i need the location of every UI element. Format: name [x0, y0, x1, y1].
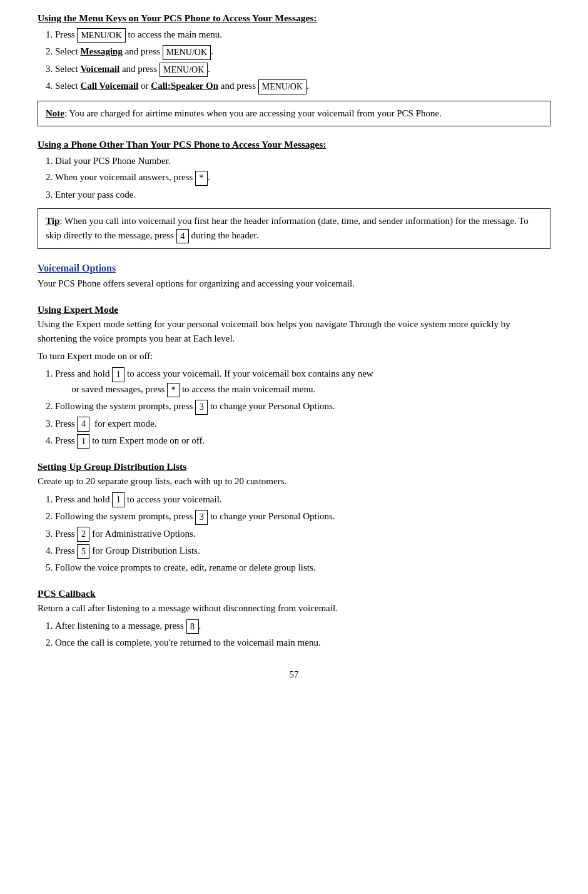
list-item: Follow the voice prompts to create, edit… [55, 561, 550, 575]
key-menuok-2: MENU/OK [163, 45, 211, 60]
voicemail-options-heading: Voicemail Options [38, 263, 550, 274]
expert-mode-heading: Using Expert Mode [38, 304, 550, 315]
group-distribution-heading: Setting Up Group Distribution Lists [38, 461, 550, 472]
label-voicemail: Voicemail [80, 64, 119, 74]
key-5-group: 5 [77, 544, 89, 559]
group-distribution-steps: Press and hold 1 to access your voicemai… [55, 492, 550, 576]
other-phone-heading: Using a Phone Other Than Your PCS Phone … [38, 139, 550, 150]
page-number: 57 [38, 669, 550, 680]
tip-box: Tip: When you call into voicemail you fi… [38, 208, 550, 250]
pcs-callback-steps: After listening to a message, press 8. O… [55, 619, 550, 651]
key-1-expert: 1 [77, 434, 89, 449]
list-item: Select Messaging and press MENU/OK. [55, 44, 550, 59]
expert-mode-section: Using Expert Mode Using the Expert mode … [38, 304, 550, 449]
group-distribution-section: Setting Up Group Distribution Lists Crea… [38, 461, 550, 575]
tip-label: Tip [46, 216, 59, 226]
pcs-callback-section: PCS Callback Return a call after listeni… [38, 588, 550, 651]
voicemail-options-intro: Your PCS Phone offers several options fo… [38, 277, 550, 291]
key-menuok-3: MENU/OK [160, 63, 208, 78]
key-1-hold-2: 1 [112, 492, 124, 507]
list-item: Press 4 for expert mode. [55, 417, 550, 432]
key-star-1: * [195, 171, 208, 186]
key-4-expert: 4 [77, 417, 89, 432]
group-distribution-intro: Create up to 20 separate group lists, ea… [38, 474, 550, 489]
menu-keys-section: Using the Menu Keys on Your PCS Phone to… [38, 13, 550, 126]
tip-text-end: during the header. [189, 230, 259, 240]
expert-mode-para: Using the Expert mode setting for your p… [38, 317, 550, 347]
list-item: Press and hold 1 to access your voicemai… [55, 492, 550, 507]
other-phone-steps: Dial your PCS Phone Number. When your vo… [55, 154, 550, 202]
list-item: Press MENU/OK to access the main menu. [55, 28, 550, 43]
expert-mode-steps: Press and hold 1 to access your voicemai… [55, 367, 550, 449]
label-messaging: Messaging [80, 46, 123, 56]
menu-keys-steps: Press MENU/OK to access the main menu. S… [55, 28, 550, 94]
key-menuok-4: MENU/OK [258, 79, 307, 94]
list-item: Following the system prompts, press 3 to… [55, 399, 550, 414]
list-item: Select Call Voicemail or Call:Speaker On… [55, 79, 550, 94]
list-item: Dial your PCS Phone Number. [55, 154, 550, 168]
note-label: Note [46, 108, 64, 118]
tip-text: : When you call into voicemail you first… [46, 216, 529, 240]
key-3-group: 3 [195, 510, 208, 525]
list-item: Press 1 to turn Expert mode on or off. [55, 434, 550, 449]
note-text: : You are charged for airtime minutes wh… [64, 108, 442, 118]
other-phone-section: Using a Phone Other Than Your PCS Phone … [38, 139, 550, 250]
key-1-hold-1: 1 [112, 367, 124, 382]
expert-mode-intro2: To turn Expert mode on or off: [38, 349, 550, 363]
label-call-speaker-on: Call:Speaker On [151, 81, 218, 91]
key-star-expert: * [167, 383, 180, 398]
page-content: Using the Menu Keys on Your PCS Phone to… [38, 13, 550, 680]
list-item: After listening to a message, press 8. [55, 619, 550, 634]
key-menuok-1: MENU/OK [77, 28, 125, 43]
list-item: Press 2 for Administrative Options. [55, 527, 550, 542]
key-3-expert: 3 [195, 400, 208, 415]
note-box: Note: You are charged for airtime minute… [38, 101, 550, 126]
voicemail-options-section: Voicemail Options Your PCS Phone offers … [38, 263, 550, 650]
list-item: When your voicemail answers, press *. [55, 170, 550, 185]
key-4-tip: 4 [176, 229, 189, 244]
list-item: Following the system prompts, press 3 to… [55, 509, 550, 524]
pcs-callback-intro: Return a call after listening to a messa… [38, 601, 550, 616]
list-item: Press 5 for Group Distribution Lists. [55, 544, 550, 559]
list-item: Press and hold 1 to access your voicemai… [55, 367, 550, 397]
key-8-callback: 8 [186, 619, 199, 634]
key-2-group: 2 [77, 527, 89, 542]
pcs-callback-heading: PCS Callback [38, 588, 550, 599]
label-call-voicemail: Call Voicemail [80, 81, 138, 91]
list-item: Once the call is complete, you're return… [55, 636, 550, 650]
list-item: Select Voicemail and press MENU/OK. [55, 62, 550, 77]
menu-keys-heading: Using the Menu Keys on Your PCS Phone to… [38, 13, 550, 24]
list-item: Enter your pass code. [55, 188, 550, 202]
